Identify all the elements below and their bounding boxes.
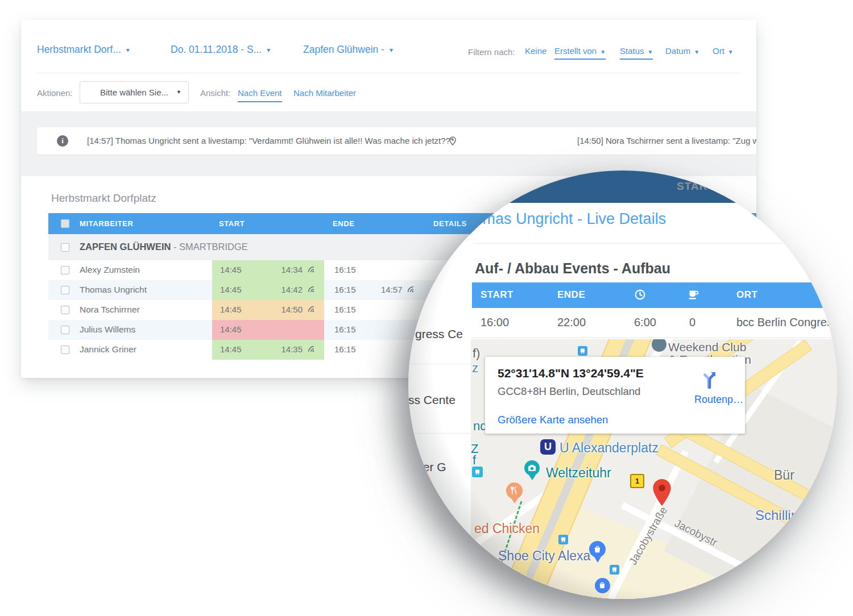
chevron-down-icon: ▼ bbox=[694, 49, 699, 55]
ende-planned: 16:15 bbox=[334, 324, 356, 334]
modal-divider bbox=[475, 243, 782, 244]
event-selector[interactable]: Zapfen Glühwein -▾ bbox=[303, 44, 393, 56]
map-fragment: f bbox=[473, 453, 476, 468]
transit-icon bbox=[472, 467, 483, 477]
ende-planned: 16:15 bbox=[334, 265, 356, 274]
map-popup: 52°31'14.8"N 13°24'59.4"E GCC8+8H Berlin… bbox=[485, 357, 745, 434]
restaurant-pin-icon bbox=[506, 482, 523, 499]
detail-table-row: 16:00 22:00 6:00 0 bcc Berlin Congress C… bbox=[472, 308, 837, 338]
ende-planned: 16:15 bbox=[334, 344, 356, 354]
chevron-down-icon: ▾ bbox=[126, 46, 130, 54]
filter-label: Filtern nach: bbox=[468, 47, 515, 57]
tab-nach-event[interactable]: Nach Event bbox=[238, 88, 282, 102]
popup-address: GCC8+8H Berlin, Deutschland bbox=[498, 385, 640, 398]
filter-datum[interactable]: Datum▼ bbox=[665, 46, 699, 56]
start-actual: 14:42 bbox=[281, 285, 303, 294]
map[interactable]: Weekend Club & Eventlocation 52°31'14.8"… bbox=[471, 339, 837, 599]
map-label-schilling: Schillin bbox=[755, 507, 798, 523]
livestamp-icon[interactable] bbox=[308, 306, 315, 313]
cup-icon bbox=[687, 289, 700, 301]
date-selector-label: Do. 01.11.2018 - S... bbox=[171, 44, 262, 55]
chevron-down-icon: ▼ bbox=[648, 49, 653, 55]
popup-route-link[interactable]: Routenp… bbox=[694, 394, 743, 406]
row-checkbox[interactable] bbox=[61, 346, 69, 354]
start-actual: 14:50 bbox=[281, 305, 303, 314]
map-label-weekend-club: Weekend Club bbox=[668, 340, 746, 354]
livestamp-notification-bar: i [14:57] Thomas Ungricht sent a livesta… bbox=[37, 127, 756, 155]
detail-breaks: 0 bbox=[689, 316, 695, 329]
detail-ende: 22:00 bbox=[557, 316, 586, 329]
map-label-shoe-city: Shoe City Alexa bbox=[498, 548, 590, 564]
detail-table-header: START ENDE ORT bbox=[472, 282, 837, 308]
row-divider bbox=[408, 433, 475, 434]
livestamp-message-left: [14:57] Thomas Ungricht sent a livestamp… bbox=[87, 136, 453, 145]
group-company: SMARTBRIDGE bbox=[179, 242, 248, 252]
livestamp-icon[interactable] bbox=[308, 346, 315, 353]
route-badge: 1 bbox=[630, 474, 644, 488]
column-details: DETAILS bbox=[433, 219, 467, 228]
filter-status[interactable]: Status▼ bbox=[620, 46, 653, 60]
livestamp-icon[interactable] bbox=[308, 286, 315, 293]
u-bahn-icon: U bbox=[540, 439, 556, 455]
directions-icon[interactable] bbox=[699, 369, 719, 390]
tab-nach-mitarbeiter[interactable]: Nach Mitarbeiter bbox=[293, 88, 356, 98]
ende-planned: 16:15 bbox=[334, 285, 356, 294]
livestamp-icon[interactable] bbox=[308, 266, 315, 273]
column-ende: ENDE bbox=[557, 289, 585, 301]
location-pin-icon[interactable] bbox=[449, 136, 456, 145]
livestamp-message-right: [14:50] Nora Tschirrner sent a livestamp… bbox=[577, 136, 756, 145]
livestamp-icon[interactable] bbox=[407, 286, 415, 293]
shopping-pin-icon bbox=[589, 541, 606, 557]
filter-keine[interactable]: Keine bbox=[525, 46, 546, 56]
group-checkbox[interactable] bbox=[61, 243, 69, 252]
actions-select-value: Bitte wählen Sie... bbox=[100, 88, 168, 97]
map-label-buero: Bür bbox=[774, 468, 794, 483]
row-checkbox[interactable] bbox=[61, 326, 69, 334]
column-ort: ORT bbox=[736, 289, 757, 301]
employee-name: Jannick Griner bbox=[80, 344, 136, 355]
start-cell: 14:45 14:35 bbox=[212, 340, 324, 360]
section-title: Auf- / Abbau Events - Aufbau bbox=[475, 260, 670, 277]
ende-planned: 16:15 bbox=[334, 305, 356, 314]
edge-fragment: ter G bbox=[420, 460, 446, 474]
employee-name: Thomas Ungricht bbox=[80, 285, 147, 295]
detail-hours: 6:00 bbox=[634, 316, 656, 329]
destination-pin-icon bbox=[653, 479, 671, 506]
start-actual: 14:35 bbox=[281, 344, 303, 354]
camera-pin-icon bbox=[524, 460, 540, 476]
header-row-actions: Aktionen: Bitte wählen Sie... ▼ Ansicht:… bbox=[21, 73, 756, 111]
event-table-title: Herbstmarkt Dorfplatz bbox=[51, 192, 156, 205]
map-label-u-alexanderplatz: U Alexanderplatz bbox=[560, 440, 659, 456]
map-fragment: z bbox=[472, 361, 478, 376]
start-planned: 14:45 bbox=[220, 285, 242, 294]
filter-ort[interactable]: Ort▼ bbox=[713, 46, 734, 56]
start-cell: 14:45 14:42 bbox=[212, 280, 324, 300]
chevron-down-icon: ▾ bbox=[390, 46, 393, 54]
select-caret-icon: ▼ bbox=[176, 82, 181, 103]
start-cell: 14:45 bbox=[212, 320, 324, 340]
location-selector-label: Herbstmarkt Dorf... bbox=[37, 44, 121, 55]
employee-name: Alexy Zumstein bbox=[80, 265, 140, 275]
actions-select[interactable]: Bitte wählen Sie... ▼ bbox=[80, 81, 189, 103]
map-label-weltzeituhr: Weltzeituhr bbox=[546, 465, 611, 481]
select-all-checkbox[interactable] bbox=[61, 219, 69, 228]
row-checkbox[interactable] bbox=[61, 306, 69, 314]
chevron-down-icon: ▼ bbox=[728, 49, 734, 55]
location-selector[interactable]: Herbstmarkt Dorf...▾ bbox=[37, 44, 130, 56]
row-checkbox[interactable] bbox=[61, 286, 69, 294]
bus-icon bbox=[558, 535, 568, 544]
popup-larger-map-link[interactable]: Größere Karte ansehen bbox=[498, 414, 608, 426]
start-cell: 14:45 14:50 bbox=[212, 300, 324, 320]
row-checkbox[interactable] bbox=[61, 266, 69, 274]
filter-erstellt-von[interactable]: Erstellt von▼ bbox=[554, 46, 606, 60]
chevron-down-icon: ▼ bbox=[600, 49, 606, 55]
employee-name: Julius Willems bbox=[80, 324, 135, 335]
header-row-selectors: Herbstmarkt Dorf...▾ Do. 01.11.2018 - S.… bbox=[21, 20, 756, 73]
start-actual: 14:34 bbox=[281, 265, 303, 274]
screenshot-canvas: Herbstmarkt Dorf...▾ Do. 01.11.2018 - S.… bbox=[0, 0, 853, 616]
date-selector[interactable]: Do. 01.11.2018 - S...▾ bbox=[171, 44, 270, 56]
start-planned: 14:45 bbox=[220, 305, 242, 314]
info-icon: i bbox=[57, 135, 68, 147]
edge-fragment: gress Ce bbox=[415, 327, 463, 341]
edge-fragment: ss Cente bbox=[408, 393, 456, 407]
